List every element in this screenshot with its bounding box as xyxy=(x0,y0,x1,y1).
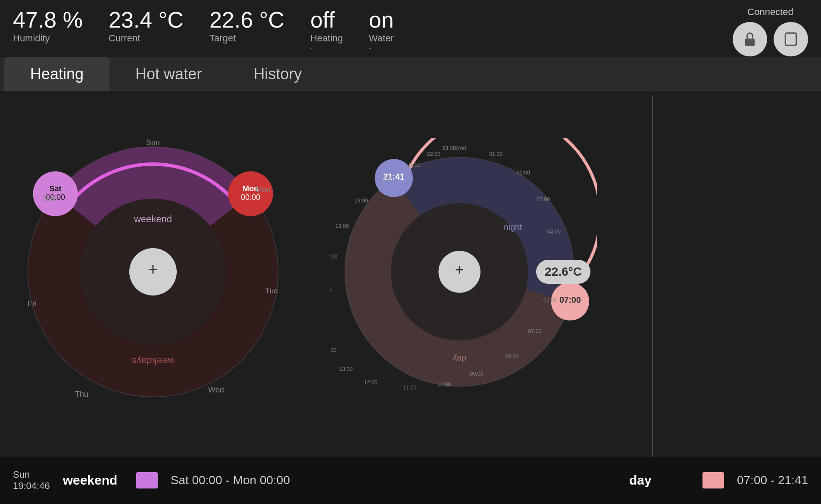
svg-text:19:00: 19:00 xyxy=(355,198,368,204)
main-content: + Sat 00:00 Mon 00:00 weekend weekdays S… xyxy=(0,91,821,453)
svg-text:Thu: Thu xyxy=(75,390,88,398)
svg-text:12:00: 12:00 xyxy=(364,380,378,386)
svg-text:night: night xyxy=(504,222,522,232)
svg-text:Wed: Wed xyxy=(208,386,224,394)
vertical-separator xyxy=(652,95,653,457)
current-temp-label: Current xyxy=(109,33,184,44)
temp-badge: 22.6°C xyxy=(536,260,590,284)
svg-text:18:00: 18:00 xyxy=(335,223,349,229)
current-temp-value: 23.4 °C xyxy=(109,9,184,31)
svg-text:16:00: 16:00 xyxy=(330,286,332,292)
svg-text:04:00: 04:00 xyxy=(547,229,561,235)
lock-button[interactable] xyxy=(733,22,767,56)
svg-text:23:00: 23:00 xyxy=(442,145,456,151)
svg-text:20:00: 20:00 xyxy=(379,177,393,183)
svg-text:02:00: 02:00 xyxy=(517,170,530,176)
svg-text:Tue: Tue xyxy=(265,286,278,295)
tabs-bar: Heating Hot water History xyxy=(0,57,821,91)
svg-text:14:00: 14:00 xyxy=(330,347,337,353)
heating-label: Heating xyxy=(310,33,343,44)
tablet-icon xyxy=(783,31,799,47)
svg-text:13:00: 13:00 xyxy=(339,366,353,372)
heating-value: off xyxy=(310,9,343,31)
footer-right-range: 07:00 - 21:41 xyxy=(737,473,808,487)
humidity-value: 47.8 % xyxy=(13,9,83,31)
target-temp-stat: 22.6 °C Target xyxy=(209,9,284,44)
footer-left-range: Sat 00:00 - Mon 00:00 xyxy=(171,473,290,487)
heating-diagram-container: + Sat 00:00 Mon 00:00 weekend weekdays S… xyxy=(13,100,293,444)
svg-text:09:00: 09:00 xyxy=(470,371,483,377)
water-label: Water xyxy=(369,33,394,44)
header-right: Connected xyxy=(733,6,808,56)
heating-stat: off Heating - xyxy=(310,9,343,53)
svg-text:+: + xyxy=(455,261,464,278)
svg-text:08:00: 08:00 xyxy=(505,353,518,359)
svg-text:07:00: 07:00 xyxy=(528,328,542,334)
svg-text:00:00: 00:00 xyxy=(241,193,260,202)
humidity-stat: 47.8 % Humidity xyxy=(13,9,83,44)
footer: Sun 19:04:46 weekend Sat 00:00 - Mon 00:… xyxy=(0,457,821,504)
svg-text:day: day xyxy=(453,354,466,364)
water-stat: on Water - xyxy=(369,9,394,53)
target-temp-value: 22.6 °C xyxy=(209,9,284,31)
svg-text:+: + xyxy=(148,260,158,279)
footer-time: 19:04:46 xyxy=(13,480,50,492)
svg-rect-0 xyxy=(745,38,755,46)
heating-diagram-svg: + Sat 00:00 Mon 00:00 weekend weekdays S… xyxy=(19,138,287,405)
header-buttons xyxy=(733,22,808,56)
svg-text:07:00: 07:00 xyxy=(559,295,581,305)
heating-sub: - xyxy=(310,44,343,53)
svg-text:weekend: weekend xyxy=(134,214,172,224)
tablet-button[interactable] xyxy=(774,22,808,56)
svg-text:weekdays: weekdays xyxy=(132,356,175,367)
tab-heating[interactable]: Heating xyxy=(4,57,109,91)
svg-text:22:00: 22:00 xyxy=(427,151,440,157)
svg-text:Sat: Sat xyxy=(49,184,61,193)
footer-left-color-box xyxy=(136,472,158,488)
svg-text:15:00: 15:00 xyxy=(330,319,331,325)
svg-text:01:00: 01:00 xyxy=(489,151,503,157)
svg-text:Mon: Mon xyxy=(256,185,271,194)
svg-text:Fri: Fri xyxy=(28,299,37,308)
connected-label: Connected xyxy=(747,6,793,18)
svg-text:10:00: 10:00 xyxy=(437,382,451,388)
target-temp-label: Target xyxy=(209,33,284,44)
svg-text:06:00: 06:00 xyxy=(543,298,557,304)
history-diagram-container: + 21:41 07:00 night day 00:00 01:00 xyxy=(302,100,625,444)
humidity-label: Humidity xyxy=(13,33,83,44)
svg-text:03:00: 03:00 xyxy=(537,196,550,202)
water-sub: - xyxy=(369,44,394,53)
tab-hot-water[interactable]: Hot water xyxy=(109,57,228,91)
footer-datetime: Sun 19:04:46 xyxy=(13,469,50,492)
lock-icon xyxy=(742,31,758,47)
footer-right-color-box xyxy=(702,472,724,488)
footer-day: Sun xyxy=(13,469,50,480)
current-temp-stat: 23.4 °C Current xyxy=(109,9,184,44)
svg-text:Sat: Sat xyxy=(43,194,55,202)
svg-text:11:00: 11:00 xyxy=(403,385,416,391)
svg-text:Sun: Sun xyxy=(146,138,160,147)
svg-rect-1 xyxy=(785,33,796,46)
svg-text:21:00: 21:00 xyxy=(407,162,421,168)
tab-history[interactable]: History xyxy=(228,57,328,91)
svg-text:17:00: 17:00 xyxy=(330,254,337,260)
footer-left-label: weekend xyxy=(63,473,123,488)
header: 47.8 % Humidity 23.4 °C Current 22.6 °C … xyxy=(0,0,821,57)
water-value: on xyxy=(369,9,394,31)
footer-right-label: day xyxy=(629,473,690,488)
